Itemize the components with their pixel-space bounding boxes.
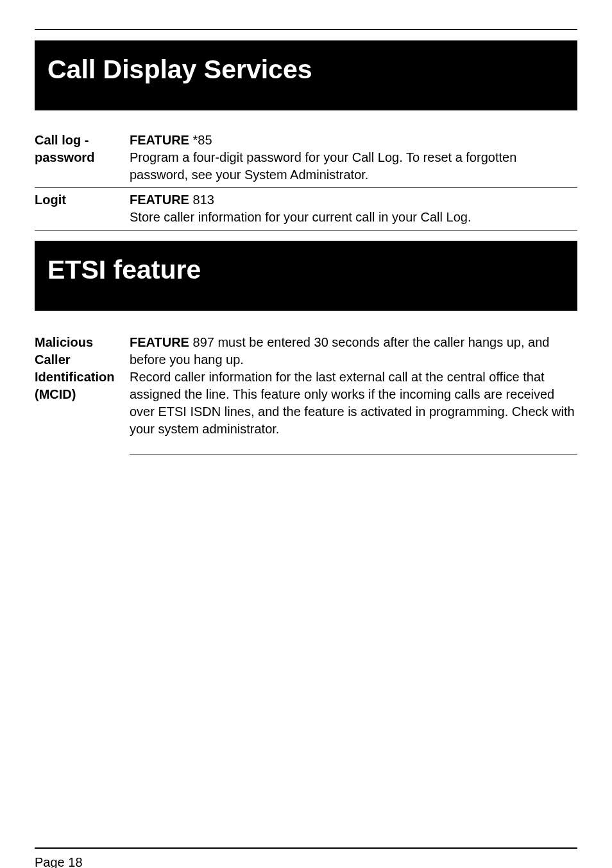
feature-code: 813 <box>189 193 214 207</box>
table-row: Malicious Caller Identification (MCID) F… <box>35 334 577 442</box>
entry-label: Malicious Caller Identification (MCID) <box>35 334 130 403</box>
section-title: ETSI feature <box>47 255 565 285</box>
page: Call Display Services Call log - passwor… <box>0 29 612 868</box>
entry-label: Logit <box>35 191 130 209</box>
entry-body: Store caller information for your curren… <box>130 210 471 224</box>
feature-keyword: FEATURE <box>130 335 189 349</box>
feature-keyword: FEATURE <box>130 193 189 207</box>
feature-after: 897 must be entered 30 seconds after the… <box>130 335 549 367</box>
footer-rule <box>35 847 577 849</box>
feature-table-2: Malicious Caller Identification (MCID) F… <box>35 334 577 455</box>
entry-description: FEATURE 813 Store caller information for… <box>130 191 577 226</box>
entry-label: Call log - password <box>35 132 130 166</box>
entry-body: Record caller information for the last e… <box>130 370 575 436</box>
top-rule <box>35 29 577 30</box>
feature-keyword: FEATURE <box>130 133 189 147</box>
table-row: Logit FEATURE 813 Store caller informati… <box>35 188 577 230</box>
feature-code: *85 <box>189 133 212 147</box>
page-number: Page 18 <box>35 855 577 868</box>
page-footer: Page 18 <box>35 847 577 868</box>
section-header-etsi: ETSI feature <box>35 241 577 311</box>
entry-body: Program a four-digit password for your C… <box>130 150 516 182</box>
table-row: Call log - password FEATURE *85 Program … <box>35 128 577 188</box>
entry-description: FEATURE *85 Program a four-digit passwor… <box>130 132 577 184</box>
feature-table-1: Call log - password FEATURE *85 Program … <box>35 128 577 230</box>
section-title: Call Display Services <box>47 55 565 85</box>
entry-underline <box>130 455 577 455</box>
entry-description: FEATURE 897 must be entered 30 seconds a… <box>130 334 577 438</box>
section-header-call-display: Call Display Services <box>35 40 577 110</box>
